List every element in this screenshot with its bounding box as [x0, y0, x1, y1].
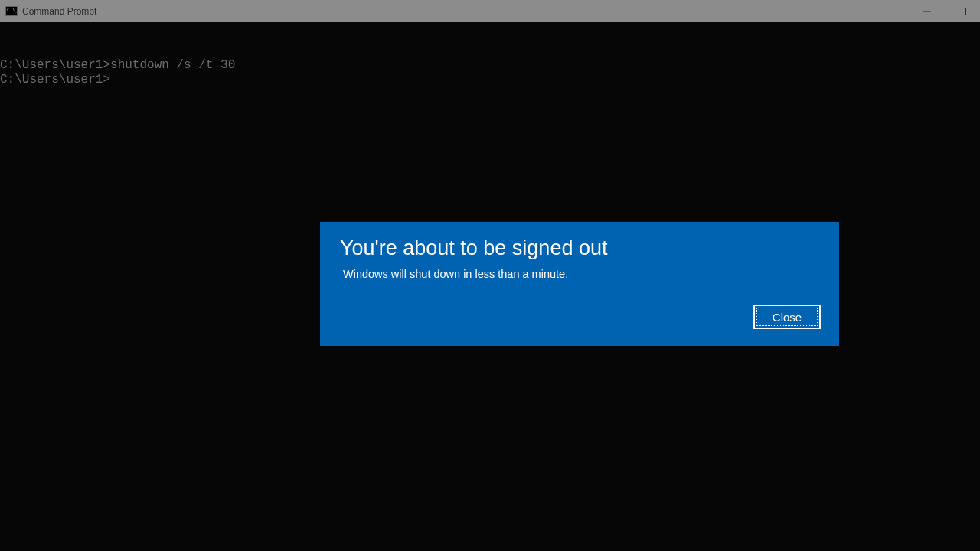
cmd-icon: C:\_	[5, 6, 18, 16]
dialog-message: Windows will shut down in less than a mi…	[343, 268, 819, 280]
maximize-button[interactable]	[945, 0, 980, 22]
minimize-button[interactable]	[910, 0, 945, 22]
svg-rect-3	[959, 8, 966, 15]
modal-backdrop-titlebar: C:\_ Command Prompt	[0, 0, 980, 22]
signout-dialog: You're about to be signed out Windows wi…	[320, 222, 839, 346]
dialog-buttons: Close	[753, 305, 821, 329]
close-button[interactable]: Close	[753, 305, 821, 329]
window-title: Command Prompt	[22, 6, 96, 17]
dialog-heading: You're about to be signed out	[340, 234, 819, 262]
